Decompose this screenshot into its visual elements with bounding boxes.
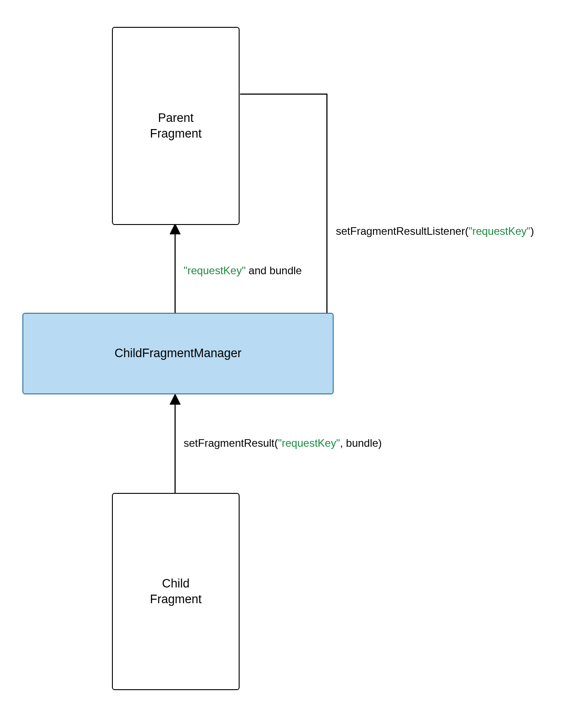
child-fragment-manager-label: ChildFragmentManager: [115, 346, 242, 361]
parent-fragment-node: Parent Fragment: [112, 27, 240, 225]
child-fragment-node: Child Fragment: [112, 493, 240, 690]
edge-label-set-listener: setFragmentResultListener("requestKey"): [336, 225, 534, 238]
parent-fragment-label: Parent Fragment: [150, 110, 202, 142]
edge-label-set-result: setFragmentResult("requestKey", bundle): [184, 437, 382, 449]
edge-label-bundle-up: "requestKey" and bundle: [184, 264, 302, 277]
child-fragment-manager-node: ChildFragmentManager: [22, 313, 334, 394]
child-fragment-label: Child Fragment: [150, 576, 202, 607]
